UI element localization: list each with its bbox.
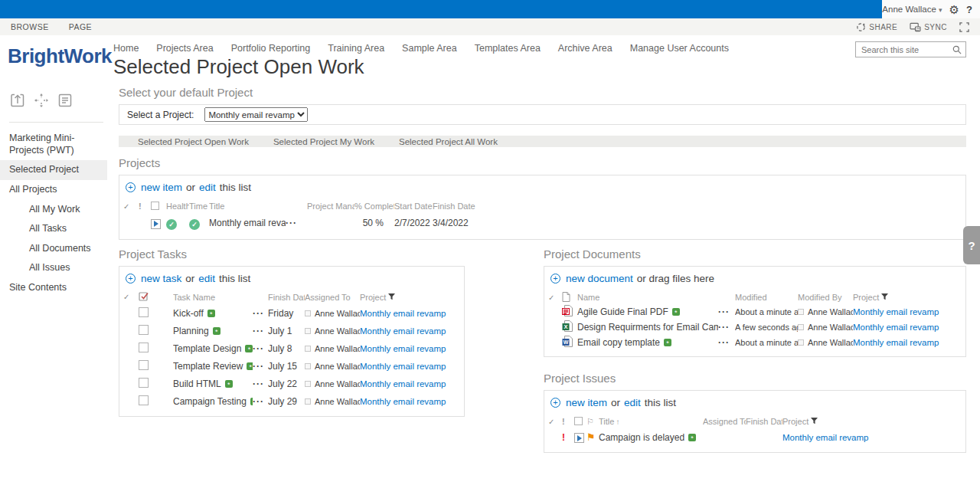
- task-checkbox[interactable]: [139, 307, 149, 317]
- project-link[interactable]: Monthly email revamp: [360, 397, 464, 406]
- col-health[interactable]: Health: [166, 202, 189, 211]
- task-name[interactable]: Template Review: [173, 361, 243, 372]
- open-menu-play-icon[interactable]: [574, 433, 584, 443]
- project-link[interactable]: Monthly email revamp: [782, 433, 965, 442]
- col-project[interactable]: Project: [782, 417, 965, 426]
- project-link[interactable]: Monthly email revamp: [360, 326, 464, 336]
- header-checkbox[interactable]: [574, 417, 583, 425]
- assigned-to[interactable]: Anne Wallace: [315, 309, 360, 318]
- brightwork-logo[interactable]: BrightWork: [8, 44, 112, 68]
- project-link[interactable]: Monthly email revamp: [360, 344, 464, 353]
- focus-mode-button[interactable]: [959, 22, 969, 32]
- plus-icon[interactable]: [550, 398, 560, 408]
- col-percent-complete[interactable]: % Complete: [354, 202, 394, 211]
- project-link[interactable]: Monthly email revamp: [853, 338, 965, 347]
- ellipsis-menu[interactable]: ···: [253, 308, 268, 319]
- document-name[interactable]: Agile Guide Final PDF: [577, 307, 668, 317]
- priority-column-icon[interactable]: !: [562, 417, 574, 426]
- project-link[interactable]: Monthly email revamp: [360, 309, 464, 318]
- modified-by[interactable]: Anne Wallace: [808, 307, 853, 316]
- task-name[interactable]: Build HTML: [173, 379, 221, 389]
- assigned-to[interactable]: Anne Wallace: [315, 362, 360, 371]
- project-select[interactable]: Monthly email revamp: [204, 107, 308, 122]
- document-type-column-icon[interactable]: [562, 292, 570, 302]
- col-name[interactable]: Name: [577, 293, 718, 302]
- sync-button[interactable]: SYNC: [910, 22, 947, 32]
- sidebar-item-site-contents[interactable]: Site Contents: [0, 278, 107, 298]
- new-item-link[interactable]: new item: [141, 182, 182, 193]
- header-checkbox[interactable]: [151, 202, 159, 210]
- nav-projects-area[interactable]: Projects Area: [156, 43, 213, 54]
- new-item-link[interactable]: new item: [566, 397, 607, 408]
- user-menu[interactable]: Anne Wallace ▾: [882, 5, 942, 14]
- nav-archive-area[interactable]: Archive Area: [558, 43, 612, 54]
- priority-column-icon[interactable]: !: [139, 202, 151, 211]
- tab-selected-project-all-work[interactable]: Selected Project All Work: [399, 137, 498, 146]
- task-checkbox[interactable]: [139, 325, 149, 335]
- tab-selected-project-my-work[interactable]: Selected Project My Work: [273, 137, 374, 146]
- col-finish-date[interactable]: Finish Date: [433, 202, 486, 211]
- col-assigned-to[interactable]: Assigned To: [703, 417, 746, 426]
- edit-list-link[interactable]: edit: [624, 397, 641, 408]
- nav-training-area[interactable]: Training Area: [328, 43, 384, 54]
- assigned-to[interactable]: Anne Wallace: [315, 326, 360, 336]
- completed-checkbox-icon[interactable]: [139, 291, 149, 302]
- col-title-sorted[interactable]: Title: [599, 417, 703, 426]
- edit-list-link[interactable]: edit: [199, 182, 216, 193]
- open-menu-play-icon[interactable]: [151, 219, 161, 229]
- export-up-icon[interactable]: [9, 92, 26, 112]
- task-name[interactable]: Template Design: [173, 343, 241, 354]
- ellipsis-menu[interactable]: ···: [286, 218, 307, 228]
- sidebar-item-marketing-mini-projects[interactable]: Marketing Mini-Projects (PWT): [0, 129, 107, 160]
- plus-icon[interactable]: [550, 274, 560, 284]
- task-checkbox[interactable]: [139, 360, 149, 370]
- select-all-check-icon[interactable]: ✓: [123, 293, 139, 301]
- project-link[interactable]: Monthly email revamp: [853, 323, 965, 332]
- sidebar-item-all-tasks[interactable]: All Tasks: [0, 219, 107, 239]
- col-project[interactable]: Project: [360, 293, 464, 302]
- plus-icon[interactable]: [126, 274, 136, 284]
- move-arrows-icon[interactable]: [33, 92, 50, 112]
- edit-list-link[interactable]: edit: [198, 273, 215, 284]
- select-all-check-icon[interactable]: ✓: [548, 293, 562, 302]
- select-all-check-icon[interactable]: ✓: [123, 202, 139, 211]
- document-name[interactable]: Email copy template: [577, 337, 660, 348]
- task-checkbox[interactable]: [139, 343, 149, 352]
- nav-portfolio-reporting[interactable]: Portfolio Reporting: [231, 43, 311, 54]
- sidebar-item-all-documents[interactable]: All Documents: [0, 239, 107, 259]
- project-link[interactable]: Monthly email revamp: [360, 362, 464, 371]
- nav-templates-area[interactable]: Templates Area: [475, 43, 541, 54]
- new-document-link[interactable]: new document: [566, 273, 633, 284]
- modified-by[interactable]: Anne Wallace: [808, 338, 853, 347]
- col-start-date[interactable]: Start Date: [394, 202, 433, 211]
- col-modified-by[interactable]: Modified By: [798, 293, 853, 302]
- ellipsis-menu[interactable]: ···: [718, 307, 735, 317]
- project-title[interactable]: Monthly email revamp: [209, 218, 286, 228]
- col-finish-date[interactable]: Finish Date: [746, 417, 782, 426]
- issue-title[interactable]: Campaign is delayed: [599, 432, 684, 443]
- tab-page[interactable]: PAGE: [69, 22, 92, 31]
- ellipsis-menu[interactable]: ···: [253, 379, 268, 389]
- search-input[interactable]: [861, 45, 952, 54]
- select-all-check-icon[interactable]: ✓: [548, 418, 562, 426]
- col-project-manager[interactable]: Project Manager: [307, 202, 354, 211]
- search-icon[interactable]: [952, 45, 962, 54]
- task-checkbox[interactable]: [139, 395, 149, 405]
- project-link[interactable]: Monthly email revamp: [360, 379, 464, 388]
- notes-list-icon[interactable]: [57, 92, 74, 112]
- col-time[interactable]: Time: [189, 202, 209, 211]
- ellipsis-menu[interactable]: ···: [718, 322, 735, 333]
- col-project[interactable]: Project: [853, 293, 965, 302]
- tab-browse[interactable]: BROWSE: [11, 22, 49, 31]
- help-icon[interactable]: ?: [966, 4, 972, 15]
- help-flyout-tab[interactable]: ?: [963, 226, 980, 264]
- ellipsis-menu[interactable]: ···: [253, 343, 268, 354]
- ellipsis-menu[interactable]: ···: [253, 396, 268, 407]
- flag-column-icon[interactable]: [586, 417, 599, 427]
- ellipsis-menu[interactable]: ···: [253, 326, 268, 336]
- col-task-name[interactable]: Task Name: [173, 293, 253, 302]
- assigned-to[interactable]: Anne Wallace: [315, 397, 360, 406]
- nav-manage-user-accounts[interactable]: Manage User Accounts: [630, 43, 729, 54]
- sidebar-item-all-my-work[interactable]: All My Work: [0, 200, 107, 220]
- sidebar-item-all-projects[interactable]: All Projects: [0, 180, 107, 200]
